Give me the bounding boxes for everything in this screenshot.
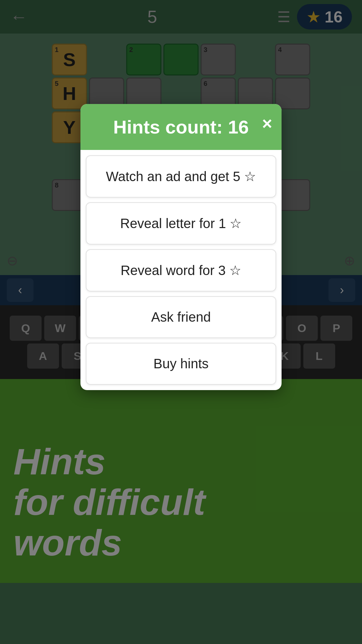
hints-modal: Hints count: 16 × Watch an ad and get 5 … [80, 104, 282, 390]
modal-title: Hints count: 16 [113, 116, 249, 138]
buy-hints-button[interactable]: Buy hints [86, 343, 276, 385]
ask-friend-button[interactable]: Ask friend [86, 296, 276, 338]
modal-header: Hints count: 16 × [80, 104, 282, 150]
watch-ad-button[interactable]: Watch an ad and get 5 ☆ [86, 155, 276, 198]
modal-close-button[interactable]: × [262, 113, 272, 133]
modal-body: Watch an ad and get 5 ☆ Reveal letter fo… [80, 150, 282, 390]
reveal-word-button[interactable]: Reveal word for 3 ☆ [86, 249, 276, 291]
reveal-letter-button[interactable]: Reveal letter for 1 ☆ [86, 202, 276, 245]
modal-overlay[interactable]: Hints count: 16 × Watch an ad and get 5 … [0, 0, 362, 644]
